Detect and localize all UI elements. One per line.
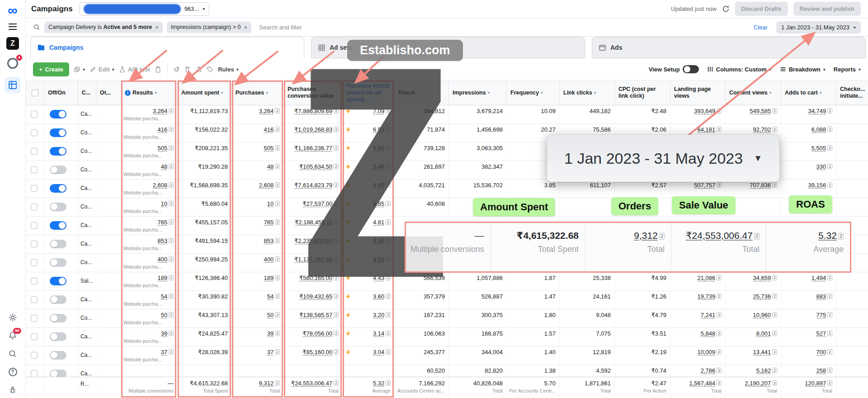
discard-drafts-button[interactable]: Discard Drafts [735,2,788,16]
refresh-icon[interactable] [722,5,730,13]
campaign-toggle[interactable] [50,110,66,118]
breakdown-button[interactable]: Breakdown ▾ [780,66,826,73]
export-button[interactable] [195,66,202,73]
row-checkbox[interactable] [26,272,44,290]
col-purchase-roas[interactable]: Purchase ROAS (return on ad spend) ↓ [342,81,394,105]
col-amount-spent[interactable]: Amount spent▾ [177,81,231,105]
row-checkbox[interactable] [26,142,44,161]
campaign-name[interactable]: Ca... [78,365,96,377]
row-checkbox[interactable] [26,124,44,142]
col-cpc[interactable]: CPC (cost per link click) [614,81,670,105]
row-checkbox[interactable] [26,161,44,179]
campaign-toggle[interactable] [50,147,66,156]
tab-campaigns[interactable]: Campaigns [30,37,304,58]
campaign-toggle[interactable] [50,258,66,267]
campaign-name[interactable]: Ca... [78,346,96,365]
campaign-toggle[interactable] [50,221,66,230]
pin-button[interactable] [155,66,161,73]
row-checkbox[interactable] [26,309,44,327]
campaign-name[interactable]: Ca... [78,328,96,346]
edit-button[interactable]: Edit ▾ [90,66,114,73]
campaign-name[interactable]: Ca... [78,105,96,123]
date-range-selector[interactable]: 1 Jan 2023 - 31 May 2023 ▾ [776,21,861,33]
row-checkbox[interactable] [26,254,44,272]
col-adds-to-cart[interactable]: Adds to cart▾ [781,81,836,105]
campaign-name[interactable]: Ca... [78,217,96,235]
rules-button[interactable]: Rules ▾ [218,66,238,73]
tag-button[interactable] [207,66,213,73]
notifications-button[interactable]: 99 [7,330,18,341]
view-setup-toggle[interactable]: View Setup [649,65,699,73]
close-icon[interactable]: × [244,24,247,31]
clear-filters-link[interactable]: Clear [754,24,768,31]
pixel-helper-button[interactable] [7,384,18,395]
campaign-toggle[interactable] [50,203,66,211]
tab-ad-sets[interactable]: Ad sets [311,37,585,58]
settings-button[interactable] [7,312,18,323]
reports-button[interactable]: Reports ▾ [834,66,861,73]
row-checkbox[interactable] [26,180,44,198]
meta-logo-icon[interactable]: ∞ [8,5,17,16]
campaign-toggle[interactable] [50,240,66,248]
review-publish-button[interactable]: Review and publish [793,2,861,16]
campaign-name[interactable]: Co... [78,142,96,161]
campaign-name[interactable]: Co... [78,198,96,216]
ab-test-button[interactable]: A/B test [119,66,150,73]
row-checkbox[interactable] [26,328,44,346]
campaign-toggle[interactable] [50,295,66,304]
col-purchases[interactable]: Purchases▾ [231,81,283,105]
col-campaign[interactable]: C... [78,81,96,105]
campaign-name[interactable]: Co... [78,161,96,179]
delete-button[interactable] [184,66,191,73]
campaign-name[interactable]: Co... [78,309,96,327]
col-impressions[interactable]: Impressions▾ [448,81,506,105]
campaign-toggle[interactable] [50,314,66,322]
close-icon[interactable]: × [155,24,159,31]
row-checkbox[interactable] [26,235,44,253]
campaign-name[interactable]: Sal... [78,272,96,290]
col-link-clicks[interactable]: Link clicks▾ [559,81,614,105]
search-button[interactable] [7,348,18,359]
search-filter-input[interactable]: Search and filter [259,24,750,31]
campaign-name[interactable]: Co... [78,124,96,142]
col-ot[interactable]: Ot... [96,81,121,105]
duplicate-button[interactable]: ▾ [74,66,85,73]
columns-button[interactable]: Columns: Custom ▾ [707,66,772,73]
menu-icon[interactable] [9,24,17,30]
profile-app-icon[interactable]: 4 [6,57,19,70]
row-checkbox[interactable] [26,105,44,123]
filter-chip-impressions[interactable]: Impressions (campaign) > 0 × [167,22,251,33]
campaign-toggle[interactable] [50,351,66,360]
campaign-toggle[interactable] [50,370,66,377]
row-checkbox[interactable] [26,198,44,216]
undo-button[interactable]: ↺ [174,65,179,74]
campaign-name[interactable]: Ca... [78,291,96,309]
campaign-toggle[interactable] [50,332,66,341]
col-purchases-conversion-value[interactable]: Purchases conversion value [283,81,342,105]
campaign-toggle[interactable] [50,184,66,193]
select-all-checkbox[interactable] [26,81,44,105]
campaign-toggle[interactable] [50,128,66,137]
col-results[interactable]: iResults▾ [121,81,177,105]
row-checkbox[interactable] [26,291,44,309]
col-frequency[interactable]: Frequency▾ [506,81,559,105]
row-checkbox[interactable] [26,346,44,365]
campaign-toggle[interactable] [50,277,66,285]
campaign-name[interactable]: Ca... [78,180,96,198]
help-button[interactable]: ? [7,366,18,377]
campaign-toggle[interactable] [50,166,66,174]
filter-chip-delivery[interactable]: Campaign Delivery is Active and 5 more × [44,22,163,33]
row-checkbox[interactable] [26,217,44,235]
tab-ads[interactable]: Ads [592,37,866,58]
z-app-icon[interactable]: Z [6,37,19,50]
col-landing-page-views[interactable]: Landing page views [670,81,725,105]
col-reach[interactable]: Reach▾ [394,81,448,105]
col-content-views[interactable]: Content views▾ [725,81,781,105]
ads-manager-nav-icon[interactable] [5,77,21,93]
create-button[interactable]: + Create [33,62,69,76]
account-selector[interactable]: 963... ▾ [79,2,210,16]
campaign-name[interactable]: Co... [78,254,96,272]
col-checkouts-initiated[interactable]: Checko...initiate... [836,81,868,105]
row-checkbox[interactable] [26,365,44,377]
campaign-name[interactable]: Ca... [78,235,96,253]
